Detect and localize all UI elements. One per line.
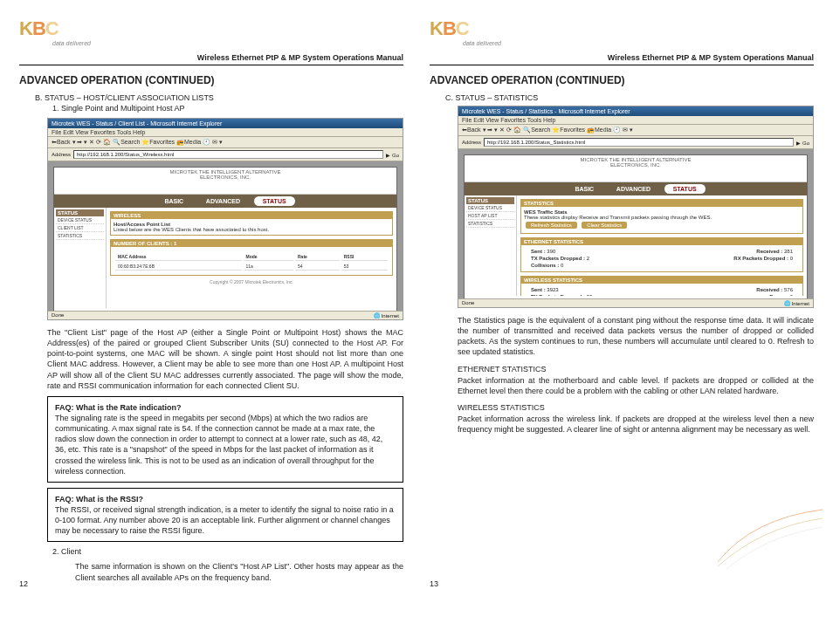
doc-title: Wireless Ethernet PtP & MP System Operat… (430, 53, 814, 65)
clients-title: NUMBER OF CLIENTS : 1 (111, 240, 392, 247)
clients-box: NUMBER OF CLIENTS : 1 MAC Address Mode R… (110, 239, 393, 276)
stat-label: TX Packets Dropped : (531, 256, 585, 261)
stat-label: Received : (756, 249, 782, 254)
sidebar-item-statistics[interactable]: STATISTICS (56, 232, 104, 240)
page-left: KBC data delivered Wireless Ethernet PtP… (19, 17, 403, 588)
go-button[interactable]: ▶ Go (386, 152, 399, 158)
ie-address-bar: Address http://192.168.1.200/Status_Wire… (48, 148, 403, 161)
tab-status[interactable]: STATUS (664, 184, 706, 194)
table-row: 00:60:B3:24:7E:6B 11a 54 53 (115, 263, 388, 271)
wl-box-title: WIRELESS STATISTICS (521, 277, 802, 284)
eth-heading: ETHERNET STATISTICS (458, 365, 814, 373)
stat-value: 0 (790, 256, 793, 261)
stat-label: Sent : (531, 249, 546, 254)
stat-row: TX Packets Dropped : 32Errors : 0 (524, 293, 800, 296)
screenshot-statistics: Microtek WES - Status / Statistics - Mic… (458, 106, 814, 308)
cell-mode: 11a (244, 263, 293, 271)
item-b: B. STATUS – HOST/CLIENT ASSOCIATION LIST… (35, 93, 403, 102)
page-number: 13 (430, 579, 438, 588)
sidebar-item-statistics[interactable]: STATISTICS (466, 220, 514, 228)
ethernet-box: ETHERNET STATISTICS Sent : 390Received :… (520, 237, 803, 272)
stats-box-title: STATISTICS (521, 200, 802, 207)
faq-rssi: FAQ: What is the RSSI? The RSSI, or rece… (47, 488, 403, 543)
logo-text: KBC (430, 17, 469, 39)
ie-toolbar[interactable]: ⬅Back ▾ ➡ ▾ ✕ ⟳ 🏠 🔍Search ⭐Favorites 📻Me… (458, 125, 813, 136)
tab-basic[interactable]: BASIC (566, 184, 602, 194)
table-header-row: MAC Address Mode Rate RSSI (115, 253, 388, 261)
eth-box-title: ETHERNET STATISTICS (521, 238, 802, 245)
logo-k: K (430, 17, 443, 39)
wl-box-body: Sent : 3923Received : 576 TX Packets Dro… (521, 284, 802, 296)
ie-statusbar: Done 🌐 Internet (48, 311, 403, 319)
stat-label: TX Packets Dropped : (531, 294, 585, 296)
wes-desc: These statistics display Receive and Tra… (524, 215, 712, 220)
page-right: KBC data delivered Wireless Ethernet PtP… (430, 17, 814, 588)
logo-tagline: data delivered (463, 40, 814, 46)
section-title: ADVANCED OPERATION (CONTINUED) (19, 74, 403, 86)
app-page: MICROTEK THE INTELLIGENT ALTERNATIVE ELE… (53, 167, 397, 315)
tab-advanced[interactable]: ADVANCED (608, 184, 659, 194)
tab-status[interactable]: STATUS (254, 196, 295, 206)
stat-label: Collisions : (531, 263, 559, 268)
browser-viewport: MICROTEK THE INTELLIGENT ALTERNATIVE ELE… (48, 161, 403, 319)
refresh-button[interactable]: Refresh Statistics (526, 222, 577, 229)
tab-advanced[interactable]: ADVANCED (197, 196, 249, 206)
col-mac: MAC Address (115, 253, 242, 261)
col-mode: Mode (244, 253, 293, 261)
stat-row: Sent : 390Received : 281 (524, 248, 800, 255)
sidebar-item-clientlist[interactable]: CLIENT LIST (56, 224, 104, 232)
tab-bar: BASIC ADVANCED STATUS (465, 182, 807, 195)
stats-box-body: WES Traffic Stats These statistics displ… (521, 207, 802, 233)
copyright: Copyright © 2007 Microtek Electronics, I… (110, 279, 393, 284)
col-rate: Rate (295, 253, 340, 261)
page-number: 12 (19, 579, 28, 588)
logo-tagline: data delivered (52, 40, 403, 46)
address-input[interactable]: http://192.168.1.200/Status_Wireless.htm… (73, 150, 383, 159)
swoosh-graphic (718, 501, 823, 571)
app-page: MICROTEK THE INTELLIGENT ALTERNATIVE ELE… (464, 154, 808, 303)
item-b2: 2. Client (52, 547, 403, 556)
faq-rssi-a: The RSSI, or received signal strength in… (55, 504, 396, 536)
ie-titlebar: Microtek WES - Status / Statistics - Mic… (458, 106, 813, 116)
main-panel: STATISTICS WES Traffic Stats These stati… (517, 195, 807, 296)
address-input[interactable]: http://192.168.1.200/Status_Statistics.h… (484, 138, 794, 147)
stat-value: 0 (790, 294, 793, 296)
tab-basic[interactable]: BASIC (155, 196, 192, 206)
wireless-box: WIRELESS Host/Access Point List Listed b… (110, 211, 393, 236)
clear-button[interactable]: Clear Statistics (582, 222, 627, 229)
tab-bar: BASIC ADVANCED STATUS (54, 195, 396, 208)
stat-value: 576 (784, 287, 793, 292)
brand-line2: ELECTRONICS, INC. (610, 162, 661, 168)
stat-value: 390 (547, 249, 555, 254)
logo-k: K (19, 17, 32, 39)
item-b1: 1. Single Point and Multipoint Host AP (52, 104, 403, 113)
eth-para: Packet information at the motherboard an… (458, 375, 814, 396)
wireless-box: WIRELESS STATISTICS Sent : 3923Received … (520, 276, 803, 296)
ie-menubar[interactable]: File Edit View Favorites Tools Help (48, 128, 403, 137)
wl-para: Packet information across the wireless l… (458, 414, 814, 435)
sidebar-item-device[interactable]: DEVICE STATUS (466, 204, 514, 212)
ie-address-bar: Address http://192.168.1.200/Status_Stat… (458, 136, 813, 149)
hap-desc: Listed below are the WES Clients that ha… (114, 227, 269, 232)
ie-toolbar[interactable]: ⬅Back ▾ ➡ ▾ ✕ ⟳ 🏠 🔍Search ⭐Favorites 📻Me… (48, 137, 403, 148)
status-zone: 🌐 Internet (374, 312, 399, 319)
logo: KBC data delivered (19, 17, 403, 46)
cell-rssi: 53 (341, 263, 388, 271)
app-header: MICROTEK THE INTELLIGENT ALTERNATIVE ELE… (54, 168, 396, 195)
status-done: Done (52, 312, 64, 319)
sidebar-item-device[interactable]: DEVICE STATUS (56, 216, 104, 224)
faq-rate-a: The signaling rate is the speed in megab… (55, 413, 396, 476)
stats-box: STATISTICS WES Traffic Stats These stati… (520, 199, 803, 234)
client-table: MAC Address Mode Rate RSSI 00:60:B3:24:7… (114, 251, 389, 272)
item-b2-text: The same information is shown on the Cli… (75, 561, 403, 582)
stat-label: Sent : (531, 287, 546, 292)
ie-titlebar: Microtek WES - Status / Client List - Mi… (48, 119, 403, 128)
logo-c: C (456, 17, 469, 39)
col-rssi: RSSI (341, 253, 388, 261)
status-done: Done (462, 300, 474, 306)
wireless-box-body: Host/Access Point List Listed below are … (111, 219, 392, 235)
ie-menubar[interactable]: File Edit View Favorites Tools Help (458, 116, 813, 125)
go-button[interactable]: ▶ Go (796, 140, 809, 146)
item-c: C. STATUS – STATISTICS (445, 93, 814, 102)
sidebar-item-hostap[interactable]: HOST AP LIST (466, 212, 514, 220)
